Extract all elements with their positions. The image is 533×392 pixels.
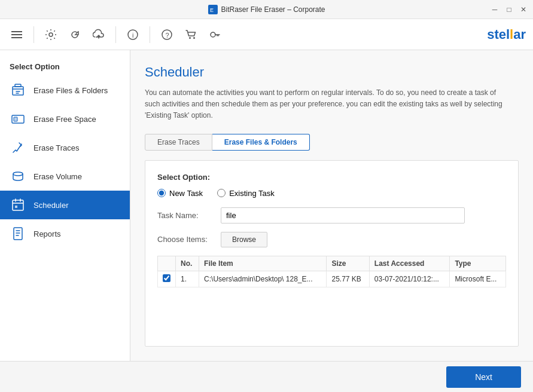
svg-point-18 (13, 172, 23, 176)
row-checkbox-cell[interactable] (158, 271, 176, 287)
svg-point-11 (193, 37, 195, 39)
file-table-body: 1. C:\Users\admin\Desktop\ 128_E... 25.7… (158, 271, 506, 287)
svg-rect-4 (11, 37, 22, 38)
cloud-upload-icon[interactable] (89, 25, 108, 44)
sidebar-item-reports[interactable]: Reports (0, 219, 130, 248)
scheduler-panel: Select Option: New Task Existing Task Ta… (145, 160, 519, 347)
titlebar: E BitRaser File Eraser – Corporate ─ □ ✕ (0, 0, 533, 19)
sidebar-section-title: Select Option (0, 55, 130, 76)
separator-1 (33, 26, 34, 43)
erase-volume-icon (10, 168, 26, 185)
cart-icon[interactable] (181, 25, 200, 44)
settings-icon[interactable] (41, 25, 60, 44)
erase-traces-icon (10, 139, 26, 156)
task-name-label: Task Name: (157, 211, 211, 220)
existing-task-radio-input[interactable] (217, 189, 226, 197)
svg-rect-20 (14, 228, 22, 240)
svg-point-10 (189, 37, 191, 39)
svg-rect-13 (13, 87, 23, 95)
sidebar-label-scheduler: Scheduler (33, 201, 69, 210)
svg-text:?: ? (166, 32, 169, 39)
col-no: No. (176, 256, 199, 271)
svg-rect-16 (14, 117, 17, 121)
sidebar-label-erase-files: Erase Files & Folders (33, 86, 108, 95)
erase-files-icon (10, 82, 26, 99)
existing-task-label: Existing Task (229, 189, 275, 198)
key-icon[interactable] (205, 25, 224, 44)
svg-rect-3 (11, 34, 22, 35)
row-file-item: C:\Users\admin\Desktop\ 128_E... (199, 271, 327, 287)
col-file-item: File Item (199, 256, 327, 271)
file-table: No. File Item Size Last Accessed Type 1.… (157, 256, 506, 287)
svg-rect-2 (11, 31, 22, 32)
task-name-row: Task Name: (157, 207, 506, 223)
next-button[interactable]: Next (446, 366, 521, 388)
brand-logo: stellar (487, 27, 526, 42)
choose-items-row: Choose Items: Browse (157, 232, 506, 247)
maximize-button[interactable]: □ (504, 5, 514, 14)
sidebar-item-erase-volume[interactable]: Erase Volume (0, 162, 130, 191)
refresh-icon[interactable] (65, 25, 84, 44)
new-task-radio-input[interactable] (157, 189, 166, 197)
sidebar: Select Option Erase Files & Folders Eras… (0, 50, 130, 361)
erase-free-space-icon (10, 111, 26, 127)
page-description: You can automate the activities you want… (145, 87, 504, 122)
main-layout: Select Option Erase Files & Folders Eras… (0, 50, 533, 361)
row-no: 1. (176, 271, 199, 287)
task-type-radio-group: New Task Existing Task (157, 189, 506, 198)
select-option-label: Select Option: (157, 173, 506, 182)
toolbar: i ? stellar (0, 19, 533, 50)
titlebar-title: BitRaser File Eraser – Corporate (221, 5, 325, 14)
sidebar-item-scheduler[interactable]: Scheduler (0, 191, 130, 219)
new-task-radio[interactable]: New Task (157, 189, 203, 198)
tab-bar: Erase Traces Erase Files & Folders (145, 134, 519, 151)
col-type: Type (450, 256, 506, 271)
bottom-bar: Next (0, 361, 533, 392)
col-size: Size (327, 256, 369, 271)
separator-2 (115, 26, 116, 43)
sidebar-item-erase-files[interactable]: Erase Files & Folders (0, 76, 130, 105)
tab-erase-traces[interactable]: Erase Traces (145, 134, 212, 151)
app-icon: E (208, 5, 217, 14)
window-controls: ─ □ ✕ (490, 5, 528, 14)
row-size: 25.77 KB (327, 271, 369, 287)
browse-button[interactable]: Browse (221, 232, 267, 247)
row-checkbox[interactable] (163, 274, 170, 282)
close-button[interactable]: ✕ (519, 5, 528, 14)
reports-icon (10, 225, 26, 242)
svg-rect-19 (13, 200, 23, 210)
info-icon[interactable]: i (123, 25, 142, 44)
sidebar-label-erase-free-space: Erase Free Space (33, 115, 96, 124)
svg-rect-14 (15, 84, 21, 87)
separator-3 (150, 26, 150, 43)
row-last-accessed: 03-07-2021/10:12:... (369, 271, 450, 287)
sidebar-label-erase-traces: Erase Traces (33, 143, 80, 152)
sidebar-item-erase-traces[interactable]: Erase Traces (0, 133, 130, 162)
col-checkbox (158, 256, 176, 271)
tab-erase-files[interactable]: Erase Files & Folders (212, 134, 310, 151)
existing-task-radio[interactable]: Existing Task (217, 189, 275, 198)
svg-point-5 (49, 33, 53, 36)
table-row: 1. C:\Users\admin\Desktop\ 128_E... 25.7… (158, 271, 506, 287)
content-area: Scheduler You can automate the activitie… (130, 50, 533, 361)
sidebar-label-reports: Reports (33, 229, 61, 238)
svg-text:i: i (132, 32, 133, 39)
sidebar-item-erase-free-space[interactable]: Erase Free Space (0, 105, 130, 133)
page-title: Scheduler (145, 65, 519, 80)
col-last-accessed: Last Accessed (369, 256, 450, 271)
sidebar-label-erase-volume: Erase Volume (33, 172, 82, 181)
choose-items-label: Choose Items: (157, 235, 211, 244)
new-task-label: New Task (169, 189, 203, 198)
scheduler-icon (10, 197, 26, 213)
svg-text:E: E (209, 7, 213, 13)
minimize-button[interactable]: ─ (490, 5, 500, 14)
hamburger-icon[interactable] (7, 25, 26, 44)
file-table-header: No. File Item Size Last Accessed Type (158, 256, 506, 271)
help-icon[interactable]: ? (157, 25, 176, 44)
row-type: Microsoft E... (450, 271, 506, 287)
task-name-input[interactable] (221, 207, 465, 223)
